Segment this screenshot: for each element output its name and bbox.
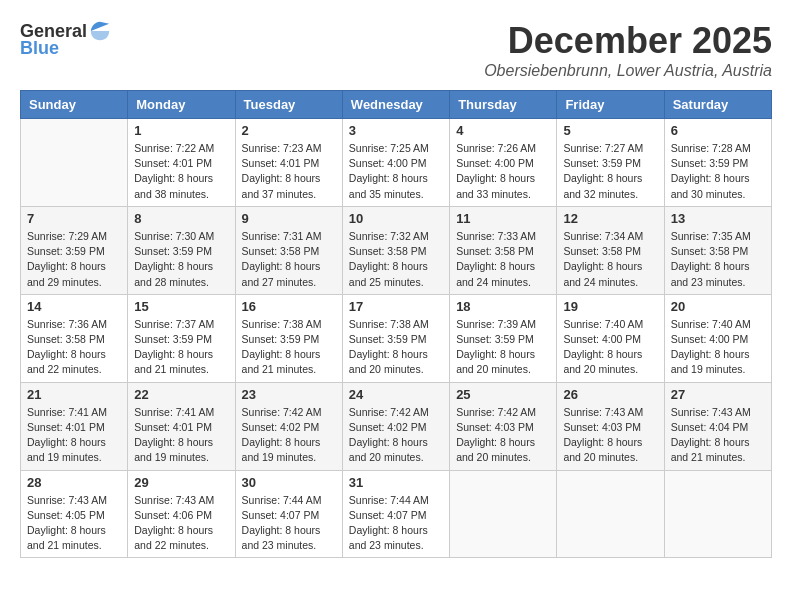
day-number: 30 (242, 475, 336, 490)
calendar-cell: 28Sunrise: 7:43 AMSunset: 4:05 PMDayligh… (21, 470, 128, 558)
day-number: 14 (27, 299, 121, 314)
day-number: 29 (134, 475, 228, 490)
day-number: 6 (671, 123, 765, 138)
day-number: 11 (456, 211, 550, 226)
day-info: Sunrise: 7:42 AMSunset: 4:02 PMDaylight:… (242, 405, 336, 466)
day-info: Sunrise: 7:39 AMSunset: 3:59 PMDaylight:… (456, 317, 550, 378)
day-number: 18 (456, 299, 550, 314)
day-info: Sunrise: 7:31 AMSunset: 3:58 PMDaylight:… (242, 229, 336, 290)
calendar-cell: 10Sunrise: 7:32 AMSunset: 3:58 PMDayligh… (342, 206, 449, 294)
day-info: Sunrise: 7:34 AMSunset: 3:58 PMDaylight:… (563, 229, 657, 290)
calendar-cell: 24Sunrise: 7:42 AMSunset: 4:02 PMDayligh… (342, 382, 449, 470)
calendar-cell (557, 470, 664, 558)
day-number: 13 (671, 211, 765, 226)
day-number: 8 (134, 211, 228, 226)
calendar-cell: 4Sunrise: 7:26 AMSunset: 4:00 PMDaylight… (450, 119, 557, 207)
day-number: 24 (349, 387, 443, 402)
day-number: 19 (563, 299, 657, 314)
day-info: Sunrise: 7:23 AMSunset: 4:01 PMDaylight:… (242, 141, 336, 202)
calendar-week-row: 14Sunrise: 7:36 AMSunset: 3:58 PMDayligh… (21, 294, 772, 382)
day-number: 20 (671, 299, 765, 314)
calendar-cell: 17Sunrise: 7:38 AMSunset: 3:59 PMDayligh… (342, 294, 449, 382)
day-info: Sunrise: 7:41 AMSunset: 4:01 PMDaylight:… (134, 405, 228, 466)
day-info: Sunrise: 7:37 AMSunset: 3:59 PMDaylight:… (134, 317, 228, 378)
logo-icon (89, 20, 111, 42)
day-info: Sunrise: 7:38 AMSunset: 3:59 PMDaylight:… (242, 317, 336, 378)
calendar-week-row: 28Sunrise: 7:43 AMSunset: 4:05 PMDayligh… (21, 470, 772, 558)
page-header: General Blue December 2025 Obersiebenbru… (20, 20, 772, 80)
day-info: Sunrise: 7:43 AMSunset: 4:03 PMDaylight:… (563, 405, 657, 466)
day-number: 25 (456, 387, 550, 402)
day-info: Sunrise: 7:25 AMSunset: 4:00 PMDaylight:… (349, 141, 443, 202)
day-number: 2 (242, 123, 336, 138)
day-info: Sunrise: 7:43 AMSunset: 4:04 PMDaylight:… (671, 405, 765, 466)
calendar-cell: 6Sunrise: 7:28 AMSunset: 3:59 PMDaylight… (664, 119, 771, 207)
calendar-cell: 8Sunrise: 7:30 AMSunset: 3:59 PMDaylight… (128, 206, 235, 294)
day-number: 7 (27, 211, 121, 226)
calendar-week-row: 1Sunrise: 7:22 AMSunset: 4:01 PMDaylight… (21, 119, 772, 207)
day-info: Sunrise: 7:42 AMSunset: 4:03 PMDaylight:… (456, 405, 550, 466)
calendar-day-header: Wednesday (342, 91, 449, 119)
calendar-day-header: Friday (557, 91, 664, 119)
calendar-cell: 31Sunrise: 7:44 AMSunset: 4:07 PMDayligh… (342, 470, 449, 558)
day-number: 12 (563, 211, 657, 226)
title-section: December 2025 Obersiebenbrunn, Lower Aus… (484, 20, 772, 80)
day-info: Sunrise: 7:36 AMSunset: 3:58 PMDaylight:… (27, 317, 121, 378)
calendar-week-row: 7Sunrise: 7:29 AMSunset: 3:59 PMDaylight… (21, 206, 772, 294)
calendar-day-header: Monday (128, 91, 235, 119)
calendar-header-row: SundayMondayTuesdayWednesdayThursdayFrid… (21, 91, 772, 119)
day-info: Sunrise: 7:32 AMSunset: 3:58 PMDaylight:… (349, 229, 443, 290)
calendar-day-header: Tuesday (235, 91, 342, 119)
calendar-cell: 9Sunrise: 7:31 AMSunset: 3:58 PMDaylight… (235, 206, 342, 294)
calendar-cell: 14Sunrise: 7:36 AMSunset: 3:58 PMDayligh… (21, 294, 128, 382)
day-number: 31 (349, 475, 443, 490)
day-number: 16 (242, 299, 336, 314)
calendar-cell (450, 470, 557, 558)
calendar-cell: 3Sunrise: 7:25 AMSunset: 4:00 PMDaylight… (342, 119, 449, 207)
calendar-cell: 20Sunrise: 7:40 AMSunset: 4:00 PMDayligh… (664, 294, 771, 382)
calendar-cell: 30Sunrise: 7:44 AMSunset: 4:07 PMDayligh… (235, 470, 342, 558)
day-number: 15 (134, 299, 228, 314)
location-title: Obersiebenbrunn, Lower Austria, Austria (484, 62, 772, 80)
day-number: 1 (134, 123, 228, 138)
day-info: Sunrise: 7:22 AMSunset: 4:01 PMDaylight:… (134, 141, 228, 202)
day-info: Sunrise: 7:44 AMSunset: 4:07 PMDaylight:… (242, 493, 336, 554)
calendar-cell: 16Sunrise: 7:38 AMSunset: 3:59 PMDayligh… (235, 294, 342, 382)
calendar-table: SundayMondayTuesdayWednesdayThursdayFrid… (20, 90, 772, 558)
logo: General Blue (20, 20, 111, 59)
calendar-cell: 15Sunrise: 7:37 AMSunset: 3:59 PMDayligh… (128, 294, 235, 382)
calendar-cell: 19Sunrise: 7:40 AMSunset: 4:00 PMDayligh… (557, 294, 664, 382)
day-number: 23 (242, 387, 336, 402)
calendar-cell: 25Sunrise: 7:42 AMSunset: 4:03 PMDayligh… (450, 382, 557, 470)
calendar-cell (664, 470, 771, 558)
calendar-cell (21, 119, 128, 207)
day-number: 5 (563, 123, 657, 138)
day-number: 21 (27, 387, 121, 402)
calendar-day-header: Saturday (664, 91, 771, 119)
day-info: Sunrise: 7:33 AMSunset: 3:58 PMDaylight:… (456, 229, 550, 290)
calendar-cell: 27Sunrise: 7:43 AMSunset: 4:04 PMDayligh… (664, 382, 771, 470)
calendar-cell: 2Sunrise: 7:23 AMSunset: 4:01 PMDaylight… (235, 119, 342, 207)
day-info: Sunrise: 7:42 AMSunset: 4:02 PMDaylight:… (349, 405, 443, 466)
day-number: 4 (456, 123, 550, 138)
calendar-cell: 21Sunrise: 7:41 AMSunset: 4:01 PMDayligh… (21, 382, 128, 470)
calendar-cell: 18Sunrise: 7:39 AMSunset: 3:59 PMDayligh… (450, 294, 557, 382)
day-info: Sunrise: 7:27 AMSunset: 3:59 PMDaylight:… (563, 141, 657, 202)
calendar-cell: 1Sunrise: 7:22 AMSunset: 4:01 PMDaylight… (128, 119, 235, 207)
calendar-day-header: Sunday (21, 91, 128, 119)
day-number: 17 (349, 299, 443, 314)
day-number: 27 (671, 387, 765, 402)
day-info: Sunrise: 7:43 AMSunset: 4:05 PMDaylight:… (27, 493, 121, 554)
day-number: 22 (134, 387, 228, 402)
calendar-cell: 22Sunrise: 7:41 AMSunset: 4:01 PMDayligh… (128, 382, 235, 470)
day-number: 9 (242, 211, 336, 226)
day-number: 3 (349, 123, 443, 138)
calendar-cell: 29Sunrise: 7:43 AMSunset: 4:06 PMDayligh… (128, 470, 235, 558)
calendar-cell: 26Sunrise: 7:43 AMSunset: 4:03 PMDayligh… (557, 382, 664, 470)
day-number: 26 (563, 387, 657, 402)
day-info: Sunrise: 7:44 AMSunset: 4:07 PMDaylight:… (349, 493, 443, 554)
day-info: Sunrise: 7:38 AMSunset: 3:59 PMDaylight:… (349, 317, 443, 378)
calendar-week-row: 21Sunrise: 7:41 AMSunset: 4:01 PMDayligh… (21, 382, 772, 470)
day-number: 28 (27, 475, 121, 490)
day-info: Sunrise: 7:40 AMSunset: 4:00 PMDaylight:… (671, 317, 765, 378)
